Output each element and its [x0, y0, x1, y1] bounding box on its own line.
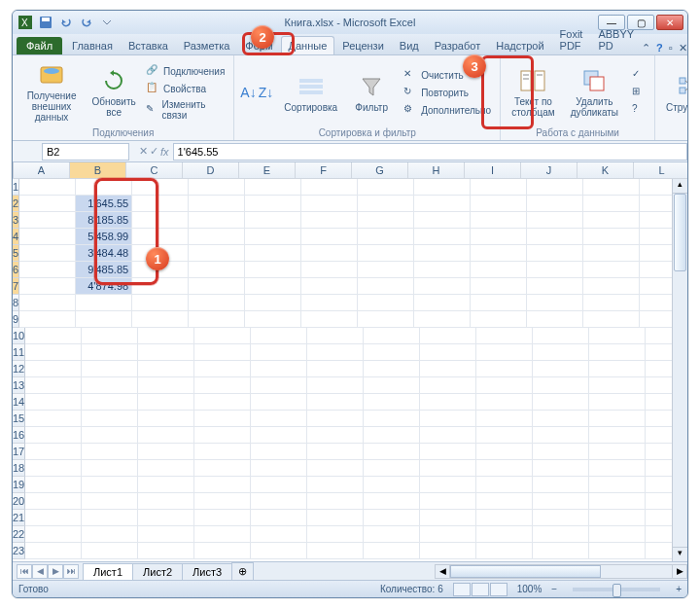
cell-G3[interactable]: [358, 212, 414, 229]
hscroll-right-icon[interactable]: ▶: [672, 565, 686, 578]
cell-K20[interactable]: [589, 493, 646, 510]
row-header-13[interactable]: 13: [13, 377, 25, 394]
cell-F22[interactable]: [307, 526, 364, 543]
cell-E2[interactable]: [245, 196, 301, 212]
worksheet-grid[interactable]: ABCDEFGHIJKL 121'645.5538'185.8545'458.9…: [13, 162, 687, 561]
sheet-tab-1[interactable]: Лист1: [83, 563, 133, 580]
cell-I19[interactable]: [476, 477, 533, 493]
cell-D5[interactable]: [189, 245, 245, 262]
cell-J14[interactable]: [533, 394, 589, 411]
row-header-23[interactable]: 23: [13, 543, 25, 559]
cell-F9[interactable]: [301, 311, 358, 328]
cell-D21[interactable]: [194, 510, 251, 526]
help-icon[interactable]: ?: [656, 42, 663, 54]
cell-D9[interactable]: [189, 311, 245, 328]
cell-I2[interactable]: [471, 196, 527, 212]
cell-F17[interactable]: [307, 444, 364, 460]
cell-B22[interactable]: [82, 526, 138, 543]
cell-J15[interactable]: [533, 411, 589, 427]
cell-I12[interactable]: [476, 361, 533, 377]
cell-D19[interactable]: [194, 477, 251, 493]
cell-D10[interactable]: [194, 328, 251, 344]
cell-K23[interactable]: [589, 543, 646, 559]
cell-H19[interactable]: [420, 477, 476, 493]
cell-G1[interactable]: [358, 179, 414, 196]
cell-B21[interactable]: [82, 510, 138, 526]
row-header-10[interactable]: 10: [13, 328, 25, 344]
cell-E19[interactable]: [251, 477, 307, 493]
cell-H14[interactable]: [420, 394, 476, 411]
row-header-14[interactable]: 14: [13, 394, 25, 411]
row-header-19[interactable]: 19: [13, 477, 25, 493]
cell-F20[interactable]: [307, 493, 364, 510]
cell-K4[interactable]: [583, 229, 640, 245]
cell-F5[interactable]: [301, 245, 358, 262]
cell-I9[interactable]: [471, 311, 527, 328]
cell-F2[interactable]: [301, 196, 358, 212]
cell-F4[interactable]: [301, 229, 358, 245]
cell-K3[interactable]: [583, 212, 640, 229]
enter-formula-icon[interactable]: ✓: [150, 145, 158, 158]
cell-G17[interactable]: [364, 444, 420, 460]
col-header-K[interactable]: K: [578, 162, 634, 178]
cell-H6[interactable]: [414, 262, 471, 278]
cell-E10[interactable]: [251, 328, 307, 344]
cell-C19[interactable]: [138, 477, 194, 493]
tab-home[interactable]: Главная: [64, 36, 121, 54]
cell-C17[interactable]: [138, 444, 194, 460]
tab-review[interactable]: Рецензи: [334, 36, 392, 54]
cell-E9[interactable]: [245, 311, 301, 328]
cell-F11[interactable]: [307, 344, 364, 361]
row-header-8[interactable]: 8: [13, 295, 19, 311]
tab-foxitpdf[interactable]: Foxit PDF: [552, 24, 591, 54]
row-header-11[interactable]: 11: [13, 344, 25, 361]
scroll-up-icon[interactable]: ▴: [673, 179, 687, 194]
col-header-J[interactable]: J: [521, 162, 578, 178]
cell-H15[interactable]: [420, 411, 476, 427]
cell-F10[interactable]: [307, 328, 364, 344]
cell-D12[interactable]: [194, 361, 251, 377]
cell-A20[interactable]: [25, 493, 82, 510]
cell-D3[interactable]: [189, 212, 245, 229]
cell-D2[interactable]: [189, 196, 245, 212]
cell-E11[interactable]: [251, 344, 307, 361]
row-header-22[interactable]: 22: [13, 526, 25, 543]
cell-E20[interactable]: [251, 493, 307, 510]
fx-icon[interactable]: fx: [160, 146, 169, 158]
cell-K18[interactable]: [589, 460, 646, 477]
cell-B5[interactable]: 3'484.48: [76, 245, 132, 262]
cell-H23[interactable]: [420, 543, 476, 559]
cell-A19[interactable]: [25, 477, 82, 493]
sort-desc-icon[interactable]: Z↓: [259, 85, 274, 100]
cell-I22[interactable]: [476, 526, 533, 543]
row-header-7[interactable]: 7: [13, 278, 19, 295]
page-break-view-button[interactable]: [490, 583, 508, 596]
col-header-L[interactable]: L: [634, 162, 687, 178]
cell-K10[interactable]: [589, 328, 646, 344]
cell-G19[interactable]: [364, 477, 420, 493]
cell-G15[interactable]: [364, 411, 420, 427]
cell-G14[interactable]: [364, 394, 420, 411]
cell-B1[interactable]: [76, 179, 132, 196]
cell-I10[interactable]: [476, 328, 533, 344]
cell-J10[interactable]: [533, 328, 589, 344]
cell-A2[interactable]: [19, 196, 76, 212]
cell-H8[interactable]: [414, 295, 471, 311]
refresh-all-button[interactable]: Обновить все: [90, 60, 137, 125]
cell-I7[interactable]: [471, 278, 527, 295]
cell-A23[interactable]: [25, 543, 82, 559]
cell-G23[interactable]: [364, 543, 420, 559]
cell-A12[interactable]: [25, 361, 82, 377]
cell-C3[interactable]: [132, 212, 189, 229]
cell-E16[interactable]: [251, 427, 307, 444]
col-header-E[interactable]: E: [239, 162, 296, 178]
row-header-1[interactable]: 1: [13, 179, 19, 196]
cell-D11[interactable]: [194, 344, 251, 361]
page-layout-view-button[interactable]: [472, 583, 489, 596]
cell-J1[interactable]: [527, 179, 583, 196]
cell-A4[interactable]: [19, 229, 76, 245]
cell-I3[interactable]: [471, 212, 527, 229]
cell-F6[interactable]: [301, 262, 358, 278]
tab-view[interactable]: Вид: [392, 36, 427, 54]
row-header-18[interactable]: 18: [13, 460, 25, 477]
